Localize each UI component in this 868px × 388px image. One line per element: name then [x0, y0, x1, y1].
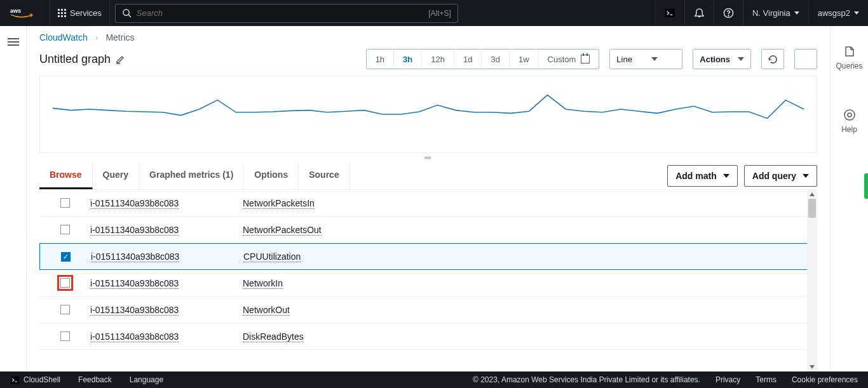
- actions-button[interactable]: Actions: [693, 49, 751, 69]
- svg-text:aws: aws: [10, 7, 21, 13]
- breadcrumb-separator: ›: [95, 32, 98, 43]
- services-button[interactable]: Services: [50, 0, 110, 26]
- metric-name[interactable]: NetworkOut: [243, 305, 290, 316]
- search-icon: [122, 8, 132, 18]
- privacy-link[interactable]: Privacy: [715, 375, 740, 384]
- instance-id[interactable]: i-01511340a93b8c083: [90, 278, 179, 289]
- tab-options[interactable]: Options: [244, 162, 299, 189]
- caret-down-icon: [723, 174, 729, 178]
- svg-rect-3: [665, 9, 675, 17]
- time-range-selector: 1h3h12h1d3d1wCustom: [366, 49, 600, 69]
- refresh-button[interactable]: [761, 49, 784, 69]
- metric-name[interactable]: DiskReadBytes: [243, 331, 304, 342]
- svg-point-1: [123, 10, 129, 15]
- metric-name[interactable]: NetworkPacketsIn: [243, 198, 315, 209]
- time-range-1w[interactable]: 1w: [510, 50, 539, 69]
- svg-line-2: [128, 15, 131, 17]
- instance-id[interactable]: i-01511340a93b8c083: [90, 198, 179, 209]
- services-grid-icon: [58, 9, 66, 17]
- tab-source[interactable]: Source: [299, 162, 349, 189]
- sidebar-collapsed: [0, 26, 27, 371]
- scrollbar[interactable]: [807, 190, 817, 371]
- time-range-custom[interactable]: Custom: [539, 50, 599, 69]
- svg-marker-8: [810, 192, 815, 196]
- add-math-button[interactable]: Add math: [667, 165, 738, 187]
- svg-marker-9: [810, 365, 815, 369]
- metric-name[interactable]: CPUUtilization: [243, 251, 301, 262]
- feedback-marker[interactable]: [864, 173, 868, 199]
- sidebar-toggle[interactable]: [8, 36, 19, 371]
- search-input[interactable]: [137, 8, 428, 18]
- instance-id[interactable]: i-01511340a93b8c083: [90, 305, 179, 316]
- cloudshell-icon[interactable]: [655, 0, 684, 26]
- tab-query[interactable]: Query: [93, 162, 139, 189]
- time-range-3h[interactable]: 3h: [394, 50, 422, 69]
- metric-row[interactable]: i-01511340a93b8c083NetworkIn: [39, 270, 817, 297]
- instance-id[interactable]: i-01511340a93b8c083: [90, 225, 179, 236]
- scrollbar-thumb[interactable]: [808, 199, 816, 218]
- help-icon[interactable]: [714, 0, 743, 26]
- tab-browse[interactable]: Browse: [39, 162, 93, 189]
- metric-row[interactable]: i-01511340a93b8c083NetworkOut: [39, 297, 817, 323]
- cookie-preferences-link[interactable]: Cookie preferences: [792, 375, 858, 384]
- instance-id[interactable]: i-01511340a93b8c083: [91, 251, 179, 262]
- breadcrumb: CloudWatch › Metrics: [27, 26, 830, 46]
- time-range-3d[interactable]: 3d: [482, 50, 509, 69]
- metric-checkbox[interactable]: [60, 278, 70, 288]
- metric-checkbox[interactable]: [60, 331, 70, 341]
- search-box[interactable]: [Alt+S]: [115, 4, 458, 23]
- metric-row[interactable]: i-01511340a93b8c083DiskReadBytes: [39, 323, 817, 350]
- caret-down-icon: [854, 11, 859, 15]
- region-selector[interactable]: N. Virginia: [743, 0, 808, 26]
- metric-checkbox[interactable]: [60, 225, 70, 234]
- refresh-options-button[interactable]: [794, 49, 817, 69]
- search-shortcut: [Alt+S]: [428, 9, 451, 18]
- cloudshell-footer-button[interactable]: CloudShell: [10, 375, 60, 385]
- metric-row[interactable]: i-01511340a93b8c083NetworkPacketsOut: [39, 217, 817, 243]
- caret-down-icon: [803, 174, 809, 178]
- caret-down-icon: [651, 57, 658, 61]
- caret-down-icon: [738, 57, 744, 61]
- copyright: © 2023, Amazon Web Services India Privat…: [473, 375, 700, 384]
- metric-name[interactable]: NetworkIn: [243, 278, 283, 289]
- feedback-link[interactable]: Feedback: [78, 375, 112, 384]
- tab-graphed-metrics[interactable]: Graphed metrics (1): [139, 162, 244, 189]
- services-label: Services: [70, 8, 102, 18]
- scroll-down-arrow[interactable]: [808, 363, 816, 371]
- metrics-table: i-01511340a93b8c083NetworkPacketsIni-015…: [39, 190, 817, 371]
- metric-checkbox[interactable]: [60, 305, 70, 314]
- time-range-1h[interactable]: 1h: [367, 50, 394, 69]
- instance-id[interactable]: i-01511340a93b8c083: [90, 331, 179, 342]
- top-nav: aws Services [Alt+S] N. Virginia awsgsp2: [0, 0, 868, 26]
- queries-panel-toggle[interactable]: Queries: [836, 45, 862, 70]
- aws-logo[interactable]: aws: [10, 6, 42, 20]
- svg-rect-12: [11, 376, 19, 384]
- graph-title[interactable]: Untitled graph: [39, 53, 126, 66]
- right-rail: Queries Help: [830, 26, 868, 371]
- metric-row[interactable]: i-01511340a93b8c083NetworkPacketsIn: [39, 190, 817, 217]
- metric-checkbox[interactable]: ✓: [61, 252, 71, 262]
- time-range-1d[interactable]: 1d: [454, 50, 482, 69]
- metric-checkbox[interactable]: [60, 198, 70, 208]
- language-link[interactable]: Language: [130, 375, 163, 384]
- metrics-chart[interactable]: [39, 76, 817, 153]
- chart-type-select[interactable]: Line: [609, 49, 682, 69]
- terms-link[interactable]: Terms: [756, 375, 776, 384]
- calendar-icon: [581, 55, 590, 64]
- account-selector[interactable]: awsgsp2: [808, 0, 868, 26]
- metric-row[interactable]: ✓i-01511340a93b8c083CPUUtilization: [39, 243, 817, 270]
- notifications-icon[interactable]: [684, 0, 714, 26]
- scroll-up-arrow[interactable]: [808, 190, 816, 199]
- help-panel-toggle[interactable]: Help: [841, 109, 857, 134]
- metric-name[interactable]: NetworkPacketsOut: [243, 225, 322, 236]
- main-panel: CloudWatch › Metrics Untitled graph 1h3h…: [27, 26, 830, 371]
- add-query-button[interactable]: Add query: [744, 165, 817, 187]
- panel-resize-handle[interactable]: ═: [27, 153, 830, 162]
- footer: CloudShell Feedback Language © 2023, Ama…: [0, 371, 868, 388]
- svg-point-11: [848, 113, 851, 117]
- caret-down-icon: [794, 11, 799, 15]
- time-range-12h[interactable]: 12h: [422, 50, 454, 69]
- breadcrumb-root[interactable]: CloudWatch: [39, 32, 88, 43]
- svg-point-6: [728, 15, 729, 16]
- svg-point-10: [844, 110, 855, 120]
